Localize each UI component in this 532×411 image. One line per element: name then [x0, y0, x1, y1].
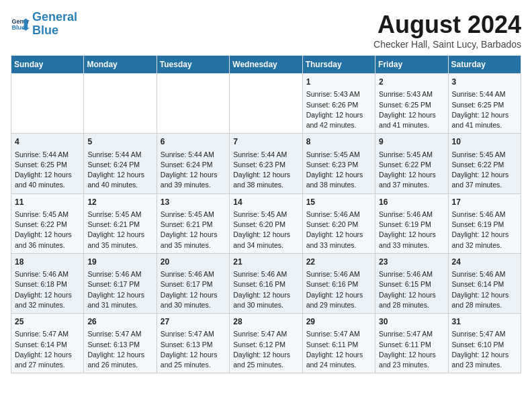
day-of-week-header: Thursday	[302, 56, 375, 74]
calendar-week-row: 18Sunrise: 5:46 AM Sunset: 6:18 PM Dayli…	[11, 253, 521, 313]
day-number: 17	[452, 197, 517, 208]
calendar-cell: 14Sunrise: 5:45 AM Sunset: 6:20 PM Dayli…	[230, 193, 302, 253]
day-details: Sunrise: 5:45 AM Sunset: 6:22 PM Dayligh…	[379, 150, 444, 191]
calendar-cell: 12Sunrise: 5:45 AM Sunset: 6:21 PM Dayli…	[84, 193, 157, 253]
calendar-cell: 17Sunrise: 5:46 AM Sunset: 6:19 PM Dayli…	[448, 193, 521, 253]
day-number: 23	[379, 257, 444, 268]
day-number: 25	[15, 316, 80, 328]
calendar-cell	[230, 74, 302, 134]
location-subtitle: Checker Hall, Saint Lucy, Barbados	[373, 39, 521, 50]
day-number: 10	[452, 136, 517, 148]
calendar-table: SundayMondayTuesdayWednesdayThursdayFrid…	[11, 55, 521, 373]
calendar-cell	[157, 74, 229, 134]
calendar-cell: 15Sunrise: 5:46 AM Sunset: 6:20 PM Dayli…	[302, 193, 375, 253]
day-number: 11	[15, 197, 80, 208]
day-number: 7	[233, 136, 298, 148]
calendar-cell: 18Sunrise: 5:46 AM Sunset: 6:18 PM Dayli…	[11, 253, 84, 313]
day-of-week-header: Monday	[84, 56, 157, 74]
day-number: 12	[87, 197, 152, 208]
day-number: 16	[379, 197, 444, 208]
day-of-week-header: Sunday	[11, 56, 84, 74]
calendar-cell: 6Sunrise: 5:44 AM Sunset: 6:24 PM Daylig…	[157, 134, 229, 193]
month-title: August 2024	[373, 11, 521, 39]
calendar-week-row: 1Sunrise: 5:43 AM Sunset: 6:26 PM Daylig…	[11, 74, 521, 134]
calendar-cell: 19Sunrise: 5:46 AM Sunset: 6:17 PM Dayli…	[84, 253, 157, 313]
logo-text: General Blue	[32, 11, 77, 38]
day-details: Sunrise: 5:45 AM Sunset: 6:20 PM Dayligh…	[233, 210, 298, 250]
day-number: 13	[161, 197, 226, 208]
calendar-cell	[84, 74, 157, 134]
day-details: Sunrise: 5:45 AM Sunset: 6:22 PM Dayligh…	[15, 210, 80, 250]
day-details: Sunrise: 5:44 AM Sunset: 6:25 PM Dayligh…	[15, 150, 80, 191]
day-of-week-header: Friday	[375, 56, 448, 74]
day-number: 19	[87, 257, 152, 268]
calendar-cell: 8Sunrise: 5:45 AM Sunset: 6:23 PM Daylig…	[302, 134, 375, 193]
calendar-cell: 1Sunrise: 5:43 AM Sunset: 6:26 PM Daylig…	[302, 74, 375, 134]
logo-line2: Blue	[32, 24, 58, 37]
day-number: 28	[233, 316, 298, 328]
page-header: General Blue General Blue August 2024 Ch…	[11, 11, 521, 50]
day-number: 29	[306, 316, 371, 328]
calendar-week-row: 25Sunrise: 5:47 AM Sunset: 6:14 PM Dayli…	[11, 314, 521, 373]
day-number: 26	[87, 316, 152, 328]
day-number: 3	[452, 77, 517, 88]
day-details: Sunrise: 5:45 AM Sunset: 6:22 PM Dayligh…	[452, 150, 517, 191]
calendar-body: 1Sunrise: 5:43 AM Sunset: 6:26 PM Daylig…	[11, 74, 521, 373]
calendar-cell: 22Sunrise: 5:46 AM Sunset: 6:16 PM Dayli…	[302, 253, 375, 313]
day-details: Sunrise: 5:47 AM Sunset: 6:12 PM Dayligh…	[233, 329, 298, 370]
calendar-cell: 10Sunrise: 5:45 AM Sunset: 6:22 PM Dayli…	[448, 134, 521, 193]
title-area: August 2024 Checker Hall, Saint Lucy, Ba…	[373, 11, 521, 50]
day-details: Sunrise: 5:43 AM Sunset: 6:26 PM Dayligh…	[306, 89, 371, 130]
calendar-cell: 3Sunrise: 5:44 AM Sunset: 6:25 PM Daylig…	[448, 74, 521, 134]
day-details: Sunrise: 5:47 AM Sunset: 6:13 PM Dayligh…	[87, 329, 152, 370]
logo: General Blue General Blue	[11, 11, 77, 38]
day-details: Sunrise: 5:44 AM Sunset: 6:23 PM Dayligh…	[233, 150, 298, 191]
day-details: Sunrise: 5:43 AM Sunset: 6:25 PM Dayligh…	[379, 89, 444, 130]
day-number: 31	[452, 316, 517, 328]
day-number: 1	[306, 77, 371, 88]
calendar-week-row: 4Sunrise: 5:44 AM Sunset: 6:25 PM Daylig…	[11, 134, 521, 193]
calendar-cell: 20Sunrise: 5:46 AM Sunset: 6:17 PM Dayli…	[157, 253, 229, 313]
calendar-cell: 27Sunrise: 5:47 AM Sunset: 6:13 PM Dayli…	[157, 314, 229, 373]
logo-line1: General	[32, 10, 77, 24]
calendar-cell: 29Sunrise: 5:47 AM Sunset: 6:11 PM Dayli…	[302, 314, 375, 373]
day-details: Sunrise: 5:44 AM Sunset: 6:25 PM Dayligh…	[452, 89, 517, 130]
day-details: Sunrise: 5:46 AM Sunset: 6:16 PM Dayligh…	[233, 269, 298, 310]
day-details: Sunrise: 5:46 AM Sunset: 6:14 PM Dayligh…	[452, 269, 517, 310]
day-details: Sunrise: 5:46 AM Sunset: 6:19 PM Dayligh…	[452, 210, 517, 250]
day-details: Sunrise: 5:44 AM Sunset: 6:24 PM Dayligh…	[87, 150, 152, 191]
calendar-week-row: 11Sunrise: 5:45 AM Sunset: 6:22 PM Dayli…	[11, 193, 521, 253]
calendar-cell: 2Sunrise: 5:43 AM Sunset: 6:25 PM Daylig…	[375, 74, 448, 134]
day-number: 15	[306, 197, 371, 208]
day-details: Sunrise: 5:46 AM Sunset: 6:17 PM Dayligh…	[161, 269, 226, 310]
day-details: Sunrise: 5:46 AM Sunset: 6:15 PM Dayligh…	[379, 269, 444, 310]
day-details: Sunrise: 5:47 AM Sunset: 6:11 PM Dayligh…	[379, 329, 444, 370]
calendar-cell: 16Sunrise: 5:46 AM Sunset: 6:19 PM Dayli…	[375, 193, 448, 253]
day-details: Sunrise: 5:45 AM Sunset: 6:23 PM Dayligh…	[306, 150, 371, 191]
day-number: 14	[233, 197, 298, 208]
calendar-cell: 5Sunrise: 5:44 AM Sunset: 6:24 PM Daylig…	[84, 134, 157, 193]
day-number: 20	[161, 257, 226, 268]
day-details: Sunrise: 5:46 AM Sunset: 6:18 PM Dayligh…	[15, 269, 80, 310]
day-details: Sunrise: 5:44 AM Sunset: 6:24 PM Dayligh…	[161, 150, 226, 191]
calendar-cell: 13Sunrise: 5:45 AM Sunset: 6:21 PM Dayli…	[157, 193, 229, 253]
calendar-cell: 25Sunrise: 5:47 AM Sunset: 6:14 PM Dayli…	[11, 314, 84, 373]
day-details: Sunrise: 5:46 AM Sunset: 6:19 PM Dayligh…	[379, 210, 444, 250]
calendar-cell: 28Sunrise: 5:47 AM Sunset: 6:12 PM Dayli…	[230, 314, 302, 373]
day-number: 6	[161, 136, 226, 148]
day-details: Sunrise: 5:46 AM Sunset: 6:17 PM Dayligh…	[87, 269, 152, 310]
calendar-cell	[11, 74, 84, 134]
day-number: 2	[379, 77, 444, 88]
day-number: 18	[15, 257, 80, 268]
day-number: 9	[379, 136, 444, 148]
day-details: Sunrise: 5:47 AM Sunset: 6:10 PM Dayligh…	[452, 329, 517, 370]
header-row: SundayMondayTuesdayWednesdayThursdayFrid…	[11, 56, 521, 74]
day-details: Sunrise: 5:46 AM Sunset: 6:20 PM Dayligh…	[306, 210, 371, 250]
day-details: Sunrise: 5:46 AM Sunset: 6:16 PM Dayligh…	[306, 269, 371, 310]
day-details: Sunrise: 5:45 AM Sunset: 6:21 PM Dayligh…	[161, 210, 226, 250]
day-of-week-header: Tuesday	[157, 56, 229, 74]
calendar-cell: 9Sunrise: 5:45 AM Sunset: 6:22 PM Daylig…	[375, 134, 448, 193]
calendar-cell: 4Sunrise: 5:44 AM Sunset: 6:25 PM Daylig…	[11, 134, 84, 193]
logo-icon: General Blue	[11, 15, 30, 34]
calendar-cell: 23Sunrise: 5:46 AM Sunset: 6:15 PM Dayli…	[375, 253, 448, 313]
